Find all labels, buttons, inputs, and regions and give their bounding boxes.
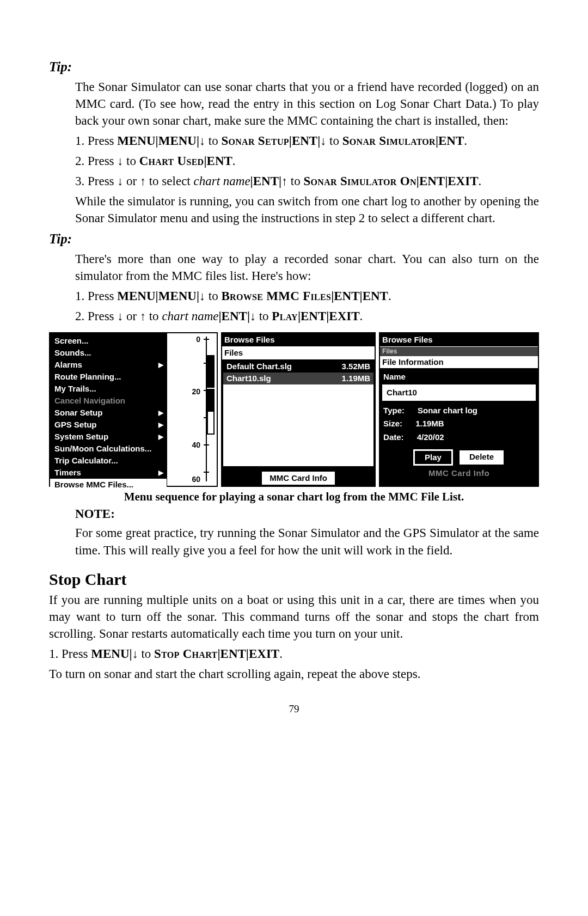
chevron-right-icon: ▶ (158, 419, 163, 430)
menu-system-setup[interactable]: System Setup▶ (50, 431, 167, 443)
browse-title: Browse Files (222, 333, 375, 347)
size-value: 1.19MB (415, 418, 444, 429)
tip2-para: There's more than one way to play a reco… (75, 251, 539, 284)
date-value: 4/20/02 (417, 432, 444, 443)
stop-step1: 1. Press MENU|↓ to Stop Chart|ENT|EXIT. (49, 645, 539, 662)
figure-caption: Menu sequence for playing a sonar chart … (82, 489, 506, 504)
play-button[interactable]: Play (413, 449, 453, 466)
zoom-indicator-icon (207, 355, 215, 388)
type-label: Type: (383, 405, 405, 416)
size-label: Size: (383, 418, 402, 429)
menu-route[interactable]: Route Planning... (50, 371, 167, 383)
stop-chart-heading: Stop Chart (49, 569, 539, 591)
mmc-card-info-button[interactable]: MMC Card Info (261, 471, 336, 486)
panel-file-info: Browse Files Files File Information Name… (379, 332, 539, 487)
menu-cancel-nav: Cancel Navigation (50, 395, 167, 407)
chevron-right-icon: ▶ (158, 431, 163, 442)
stop-chart-para2: To turn on sonar and start the chart scr… (49, 665, 539, 682)
menu-screen[interactable]: Screen... (50, 335, 167, 347)
chevron-right-icon: ▶ (158, 407, 163, 418)
menu-tripcalc[interactable]: Trip Calculator... (50, 455, 167, 467)
figure-row: Screen... Sounds... Alarms▶ Route Planni… (49, 332, 539, 487)
stop-chart-para: If you are running multiple units on a b… (49, 591, 539, 642)
menu-sonar-setup[interactable]: Sonar Setup▶ (50, 407, 167, 419)
tip1-para2: While the simulator is running, you can … (75, 193, 539, 227)
menu-gps-setup[interactable]: GPS Setup▶ (50, 419, 167, 431)
panel-menu: Screen... Sounds... Alarms▶ Route Planni… (49, 332, 218, 487)
type-value: Sonar chart log (418, 405, 477, 416)
tip-label-2: Tip: (49, 230, 539, 248)
files-heading: Files (222, 347, 375, 359)
range-indicator-icon (207, 389, 215, 435)
menu-alarms[interactable]: Alarms▶ (50, 359, 167, 371)
tip-label-1: Tip: (49, 58, 539, 76)
name-field[interactable]: Chart10 (382, 384, 536, 401)
chevron-right-icon: ▶ (158, 467, 163, 478)
tip1-para: The Sonar Simulator can use sonar charts… (75, 78, 539, 129)
menu-sunmoon[interactable]: Sun/Moon Calculations... (50, 443, 167, 455)
file-row[interactable]: Default Chart.slg3.52MB (223, 361, 373, 372)
tip1-step1: 1. Press MENU|MENU|↓ to Sonar Setup|ENT|… (75, 132, 539, 149)
note-label: NOTE: (75, 505, 539, 522)
chevron-right-icon: ▶ (158, 359, 163, 370)
tip1-step3: 3. Press ↓ or ↑ to select chart name|ENT… (75, 173, 539, 190)
file-info-heading: File Information (380, 356, 538, 368)
tip2-step2: 2. Press ↓ or ↑ to chart name|ENT|↓ to P… (75, 308, 539, 325)
breadcrumb: Files (380, 347, 538, 356)
tip1-step2: 2. Press ↓ to Chart Used|ENT. (75, 152, 539, 169)
file-list[interactable]: Default Chart.slg3.52MB Chart10.slg1.19M… (222, 359, 375, 467)
menu-trails[interactable]: My Trails... (50, 383, 167, 395)
panel-browse-files: Browse Files Files Default Chart.slg3.52… (221, 332, 376, 487)
date-label: Date: (383, 432, 404, 443)
delete-button[interactable]: Delete (458, 449, 505, 466)
page-number: 79 (49, 702, 539, 716)
tip2-step1: 1. Press MENU|MENU|↓ to Browse MMC Files… (75, 288, 539, 304)
depth-scale: 0 20 40 60 (167, 333, 217, 486)
menu-timers[interactable]: Timers▶ (50, 467, 167, 479)
menu-sounds[interactable]: Sounds... (50, 347, 167, 359)
mmc-card-info-ghost: MMC Card Info (382, 468, 536, 479)
note-para: For some great practice, try running the… (75, 524, 539, 558)
menu-browse-mmc[interactable]: Browse MMC Files... (50, 479, 167, 491)
file-row[interactable]: Chart10.slg1.19MB (223, 372, 373, 384)
browse-title: Browse Files (380, 333, 538, 347)
name-label: Name (382, 370, 536, 383)
